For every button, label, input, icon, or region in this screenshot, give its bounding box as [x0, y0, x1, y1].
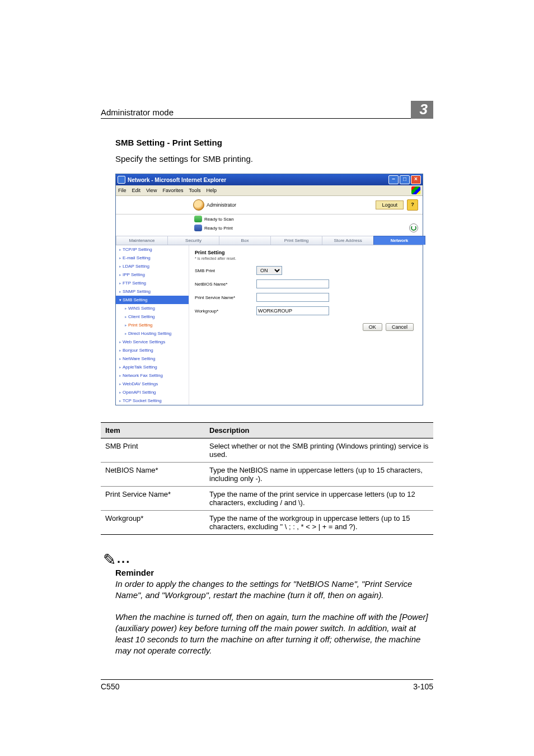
- sidebar-sub-print[interactable]: Print Setting: [116, 321, 189, 329]
- footer-page: 3-105: [413, 682, 433, 691]
- table-row: NetBIOS Name* Type the NetBIOS name in u…: [101, 463, 433, 487]
- cell-item: Print Service Name*: [101, 487, 205, 511]
- window-maximize-button[interactable]: □: [400, 175, 410, 184]
- admin-label: Administrator: [207, 202, 236, 208]
- tab-bar: Maintenance Security Box Print Setting S…: [116, 236, 423, 245]
- ie-throbber-icon: [411, 186, 420, 194]
- sidebar-item-webdav[interactable]: WebDAV Settings: [116, 380, 189, 388]
- sidebar-item-ldap[interactable]: LDAP Setting: [116, 262, 189, 270]
- netbios-label: NetBIOS Name*: [195, 282, 256, 287]
- printer-status-icon: [194, 225, 202, 231]
- tab-maintenance[interactable]: Maintenance: [116, 236, 168, 245]
- th-desc: Description: [205, 423, 433, 438]
- ellipsis-icon: ...: [117, 552, 130, 566]
- status-scan-row: Ready to Scan: [116, 214, 423, 223]
- sidebar-item-tcpsocket[interactable]: TCP Socket Setting: [116, 396, 189, 405]
- sidebar-item-networkfax[interactable]: Network Fax Setting: [116, 371, 189, 380]
- ie-titlebar: Network - Microsoft Internet Explorer – …: [116, 174, 423, 185]
- tab-print-setting[interactable]: Print Setting: [270, 236, 322, 245]
- cell-desc: Select whether or not the SMB printing (…: [205, 438, 433, 463]
- admin-avatar-icon: [193, 199, 204, 211]
- header-title: Administrator mode: [101, 108, 174, 117]
- menu-tools[interactable]: Tools: [189, 188, 200, 193]
- window-minimize-button[interactable]: –: [388, 175, 399, 184]
- tab-security[interactable]: Security: [167, 236, 219, 245]
- window-close-button[interactable]: ×: [411, 175, 421, 184]
- sidebar-item-openapi[interactable]: OpenAPI Setting: [116, 388, 189, 396]
- menu-help[interactable]: Help: [206, 188, 217, 193]
- sidebar-item-tcpip[interactable]: TCP/IP Setting: [116, 245, 189, 254]
- footer-model: C550: [101, 682, 119, 691]
- section-intro: Specify the settings for SMB printing.: [115, 154, 433, 164]
- workgroup-label: Workgroup*: [195, 309, 256, 314]
- ie-window: Network - Microsoft Internet Explorer – …: [115, 174, 423, 405]
- table-row: Workgroup* Type the name of the workgrou…: [101, 511, 433, 535]
- printer-status-text: Ready to Print: [204, 226, 233, 231]
- sidebar-group-smb[interactable]: SMB Setting: [116, 296, 189, 304]
- ok-button[interactable]: OK: [363, 323, 382, 331]
- field-workgroup: Workgroup*: [195, 306, 417, 315]
- table-row: Print Service Name* Type the name of the…: [101, 487, 433, 511]
- smb-print-select[interactable]: ON: [256, 266, 282, 275]
- th-item: Item: [101, 423, 205, 438]
- ie-menubar: File Edit View Favorites Tools Help: [116, 185, 423, 196]
- sidebar-item-netware[interactable]: NetWare Setting: [116, 354, 189, 363]
- pencil-icon: ✎: [103, 550, 116, 569]
- description-table: Item Description SMB Print Select whethe…: [101, 422, 433, 535]
- help-icon[interactable]: ?: [407, 199, 418, 211]
- printsvc-input[interactable]: [256, 293, 329, 302]
- scanner-status-text: Ready to Scan: [204, 217, 233, 222]
- tab-store-address[interactable]: Store Address: [322, 236, 374, 245]
- refresh-icon[interactable]: [409, 223, 418, 232]
- note-marker: ✎...: [101, 548, 433, 567]
- workgroup-input[interactable]: [256, 306, 329, 315]
- logout-button[interactable]: Logout: [376, 200, 404, 209]
- field-smb-print: SMB Print ON: [195, 266, 417, 275]
- ie-title: Network - Microsoft Internet Explorer: [128, 177, 226, 183]
- cell-desc: Type the NetBIOS name in uppercase lette…: [205, 463, 433, 487]
- app-top-row: Administrator Logout ?: [116, 196, 423, 214]
- cell-item: Workgroup*: [101, 511, 205, 535]
- menu-edit[interactable]: Edit: [132, 188, 141, 193]
- cell-desc: Type the name of the print service in up…: [205, 487, 433, 511]
- sidebar-item-email[interactable]: E-mail Setting: [116, 254, 189, 262]
- reminder-heading: Reminder: [115, 568, 433, 577]
- sidebar: TCP/IP Setting E-mail Setting LDAP Setti…: [116, 245, 189, 405]
- menu-view[interactable]: View: [146, 188, 157, 193]
- cell-desc: Type the name of the workgroup in upperc…: [205, 511, 433, 535]
- netbios-input[interactable]: [256, 279, 329, 288]
- sidebar-sub-wins[interactable]: WINS Setting: [116, 304, 189, 312]
- sidebar-item-appletalk[interactable]: AppleTalk Setting: [116, 363, 189, 371]
- ie-app-icon: [118, 176, 125, 184]
- tab-box[interactable]: Box: [219, 236, 271, 245]
- cell-item: SMB Print: [101, 438, 205, 463]
- sidebar-item-snmp[interactable]: SNMP Setting: [116, 287, 189, 296]
- sidebar-item-ipp[interactable]: IPP Setting: [116, 270, 189, 279]
- section-title: SMB Setting - Print Setting: [115, 138, 433, 147]
- sidebar-item-bonjour[interactable]: Bonjour Setting: [116, 346, 189, 354]
- cell-item: NetBIOS Name*: [101, 463, 205, 487]
- reminder-p1: In order to apply the changes to the set…: [115, 578, 433, 601]
- tab-network[interactable]: Network: [373, 236, 425, 245]
- menu-file[interactable]: File: [118, 188, 127, 193]
- field-netbios: NetBIOS Name*: [195, 279, 417, 288]
- page-header: Administrator mode 3: [101, 101, 433, 119]
- menu-favorites[interactable]: Favorites: [162, 188, 183, 193]
- status-print-row: Ready to Print: [116, 223, 423, 236]
- cancel-button[interactable]: Cancel: [386, 323, 414, 331]
- page-footer: C550 3-105: [101, 679, 433, 691]
- sidebar-sub-client[interactable]: Client Setting: [116, 312, 189, 321]
- table-row: SMB Print Select whether or not the SMB …: [101, 438, 433, 463]
- content-note: * is reflected after reset.: [195, 256, 417, 260]
- printsvc-label: Print Service Name*: [195, 295, 256, 300]
- content-heading: Print Setting: [195, 250, 417, 255]
- sidebar-item-ftp[interactable]: FTP Setting: [116, 279, 189, 287]
- field-printsvc: Print Service Name*: [195, 293, 417, 302]
- reminder-p2: When the machine is turned off, then on …: [115, 612, 433, 657]
- content-panel: Print Setting * is reflected after reset…: [189, 245, 423, 405]
- sidebar-sub-directhosting[interactable]: Direct Hosting Setting: [116, 329, 189, 338]
- chapter-number: 3: [411, 101, 433, 119]
- scanner-status-icon: [194, 216, 202, 222]
- smb-print-label: SMB Print: [195, 268, 256, 273]
- sidebar-item-webservice[interactable]: Web Service Settings: [116, 338, 189, 346]
